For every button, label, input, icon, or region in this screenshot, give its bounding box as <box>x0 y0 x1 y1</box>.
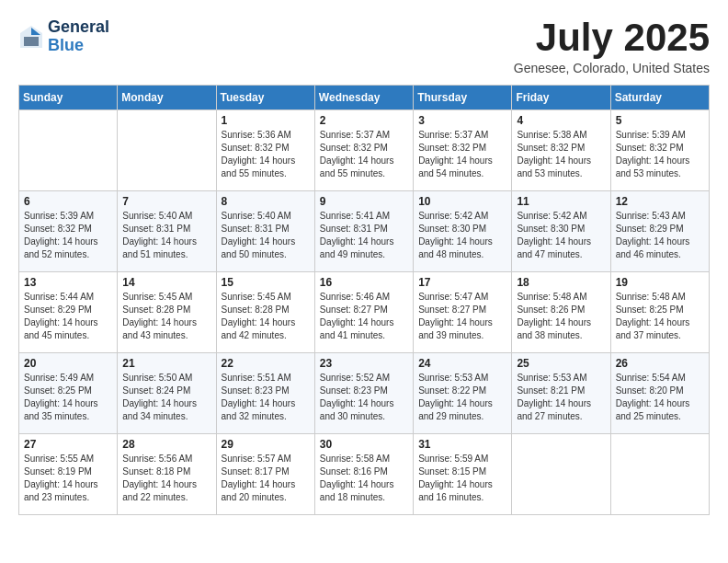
day-detail: Sunrise: 5:42 AMSunset: 8:30 PMDaylight:… <box>418 210 506 261</box>
day-number: 6 <box>24 195 112 208</box>
day-detail: Sunrise: 5:58 AMSunset: 8:16 PMDaylight:… <box>320 453 408 504</box>
calendar-cell: 17 Sunrise: 5:47 AMSunset: 8:27 PMDaylig… <box>414 272 512 353</box>
day-detail: Sunrise: 5:42 AMSunset: 8:30 PMDaylight:… <box>517 210 605 261</box>
calendar-cell: 30 Sunrise: 5:58 AMSunset: 8:16 PMDaylig… <box>314 434 413 515</box>
calendar-cell: 4 Sunrise: 5:38 AMSunset: 8:32 PMDayligh… <box>512 110 610 191</box>
calendar-cell <box>19 110 118 191</box>
day-detail: Sunrise: 5:53 AMSunset: 8:21 PMDaylight:… <box>517 372 605 423</box>
day-number: 23 <box>320 357 408 370</box>
calendar-cell: 24 Sunrise: 5:53 AMSunset: 8:22 PMDaylig… <box>414 353 512 434</box>
day-detail: Sunrise: 5:37 AMSunset: 8:32 PMDaylight:… <box>418 129 506 180</box>
day-number: 4 <box>517 114 605 127</box>
calendar-cell: 12 Sunrise: 5:43 AMSunset: 8:29 PMDaylig… <box>610 191 709 272</box>
calendar-cell: 29 Sunrise: 5:57 AMSunset: 8:17 PMDaylig… <box>216 434 314 515</box>
calendar-day-header: Wednesday <box>314 86 413 110</box>
day-number: 22 <box>222 357 310 370</box>
day-number: 7 <box>122 195 210 208</box>
day-number: 10 <box>418 195 506 208</box>
day-detail: Sunrise: 5:59 AMSunset: 8:15 PMDaylight:… <box>418 453 506 504</box>
day-detail: Sunrise: 5:46 AMSunset: 8:27 PMDaylight:… <box>320 291 408 342</box>
day-number: 1 <box>222 114 310 127</box>
day-detail: Sunrise: 5:37 AMSunset: 8:32 PMDaylight:… <box>320 129 408 180</box>
calendar-cell: 26 Sunrise: 5:54 AMSunset: 8:20 PMDaylig… <box>610 353 709 434</box>
logo-text: General Blue <box>48 18 109 55</box>
calendar-cell <box>118 110 216 191</box>
day-detail: Sunrise: 5:50 AMSunset: 8:24 PMDaylight:… <box>122 372 210 423</box>
logo-icon <box>18 24 44 50</box>
day-number: 31 <box>418 438 506 451</box>
calendar-table: SundayMondayTuesdayWednesdayThursdayFrid… <box>18 85 710 515</box>
day-detail: Sunrise: 5:44 AMSunset: 8:29 PMDaylight:… <box>24 291 112 342</box>
day-detail: Sunrise: 5:48 AMSunset: 8:25 PMDaylight:… <box>616 291 704 342</box>
calendar-cell: 16 Sunrise: 5:46 AMSunset: 8:27 PMDaylig… <box>314 272 413 353</box>
day-number: 12 <box>616 195 704 208</box>
day-detail: Sunrise: 5:36 AMSunset: 8:32 PMDaylight:… <box>222 129 310 180</box>
calendar-day-header: Tuesday <box>216 86 314 110</box>
day-number: 24 <box>418 357 506 370</box>
calendar-cell: 13 Sunrise: 5:44 AMSunset: 8:29 PMDaylig… <box>19 272 118 353</box>
day-number: 3 <box>418 114 506 127</box>
day-number: 21 <box>122 357 210 370</box>
calendar-cell: 5 Sunrise: 5:39 AMSunset: 8:32 PMDayligh… <box>610 110 709 191</box>
logo-general: General <box>48 18 109 37</box>
day-detail: Sunrise: 5:52 AMSunset: 8:23 PMDaylight:… <box>320 372 408 423</box>
day-number: 25 <box>517 357 605 370</box>
day-detail: Sunrise: 5:40 AMSunset: 8:31 PMDaylight:… <box>222 210 310 261</box>
calendar-cell: 1 Sunrise: 5:36 AMSunset: 8:32 PMDayligh… <box>216 110 314 191</box>
day-detail: Sunrise: 5:45 AMSunset: 8:28 PMDaylight:… <box>122 291 210 342</box>
day-number: 2 <box>320 114 408 127</box>
calendar-cell: 22 Sunrise: 5:51 AMSunset: 8:23 PMDaylig… <box>216 353 314 434</box>
calendar-day-header: Friday <box>512 86 610 110</box>
calendar-cell: 19 Sunrise: 5:48 AMSunset: 8:25 PMDaylig… <box>610 272 709 353</box>
calendar-header-row: SundayMondayTuesdayWednesdayThursdayFrid… <box>19 86 710 110</box>
calendar-week-row: 27 Sunrise: 5:55 AMSunset: 8:19 PMDaylig… <box>19 434 710 515</box>
day-number: 13 <box>24 276 112 289</box>
day-detail: Sunrise: 5:38 AMSunset: 8:32 PMDaylight:… <box>517 129 605 180</box>
calendar-cell: 11 Sunrise: 5:42 AMSunset: 8:30 PMDaylig… <box>512 191 610 272</box>
day-detail: Sunrise: 5:53 AMSunset: 8:22 PMDaylight:… <box>418 372 506 423</box>
day-number: 5 <box>616 114 704 127</box>
day-detail: Sunrise: 5:48 AMSunset: 8:26 PMDaylight:… <box>517 291 605 342</box>
calendar-week-row: 1 Sunrise: 5:36 AMSunset: 8:32 PMDayligh… <box>19 110 710 191</box>
calendar-cell: 10 Sunrise: 5:42 AMSunset: 8:30 PMDaylig… <box>414 191 512 272</box>
calendar-cell: 8 Sunrise: 5:40 AMSunset: 8:31 PMDayligh… <box>216 191 314 272</box>
logo-blue: Blue <box>48 37 109 55</box>
day-detail: Sunrise: 5:39 AMSunset: 8:32 PMDaylight:… <box>616 129 704 180</box>
calendar-cell: 9 Sunrise: 5:41 AMSunset: 8:31 PMDayligh… <box>314 191 413 272</box>
day-number: 18 <box>517 276 605 289</box>
day-number: 8 <box>222 195 310 208</box>
calendar-day-header: Sunday <box>19 86 118 110</box>
day-detail: Sunrise: 5:57 AMSunset: 8:17 PMDaylight:… <box>222 453 310 504</box>
calendar-cell: 28 Sunrise: 5:56 AMSunset: 8:18 PMDaylig… <box>118 434 216 515</box>
calendar-cell: 20 Sunrise: 5:49 AMSunset: 8:25 PMDaylig… <box>19 353 118 434</box>
location: Genesee, Colorado, United States <box>514 61 710 75</box>
calendar-cell: 23 Sunrise: 5:52 AMSunset: 8:23 PMDaylig… <box>314 353 413 434</box>
calendar-cell: 31 Sunrise: 5:59 AMSunset: 8:15 PMDaylig… <box>414 434 512 515</box>
day-detail: Sunrise: 5:51 AMSunset: 8:23 PMDaylight:… <box>222 372 310 423</box>
calendar-week-row: 6 Sunrise: 5:39 AMSunset: 8:32 PMDayligh… <box>19 191 710 272</box>
calendar-cell: 14 Sunrise: 5:45 AMSunset: 8:28 PMDaylig… <box>118 272 216 353</box>
title-section: July 2025 Genesee, Colorado, United Stat… <box>514 18 710 75</box>
svg-rect-2 <box>24 37 39 46</box>
day-number: 30 <box>320 438 408 451</box>
calendar-week-row: 20 Sunrise: 5:49 AMSunset: 8:25 PMDaylig… <box>19 353 710 434</box>
day-number: 20 <box>24 357 112 370</box>
calendar-cell: 15 Sunrise: 5:45 AMSunset: 8:28 PMDaylig… <box>216 272 314 353</box>
calendar-cell: 27 Sunrise: 5:55 AMSunset: 8:19 PMDaylig… <box>19 434 118 515</box>
month-title: July 2025 <box>514 18 710 57</box>
calendar-day-header: Saturday <box>610 86 709 110</box>
day-number: 11 <box>517 195 605 208</box>
calendar-cell: 2 Sunrise: 5:37 AMSunset: 8:32 PMDayligh… <box>314 110 413 191</box>
calendar-cell: 18 Sunrise: 5:48 AMSunset: 8:26 PMDaylig… <box>512 272 610 353</box>
calendar-cell <box>512 434 610 515</box>
day-number: 14 <box>122 276 210 289</box>
day-number: 17 <box>418 276 506 289</box>
calendar-cell <box>610 434 709 515</box>
calendar-cell: 3 Sunrise: 5:37 AMSunset: 8:32 PMDayligh… <box>414 110 512 191</box>
day-number: 29 <box>222 438 310 451</box>
day-number: 28 <box>122 438 210 451</box>
calendar-cell: 7 Sunrise: 5:40 AMSunset: 8:31 PMDayligh… <box>118 191 216 272</box>
day-detail: Sunrise: 5:45 AMSunset: 8:28 PMDaylight:… <box>222 291 310 342</box>
calendar-day-header: Monday <box>118 86 216 110</box>
day-number: 15 <box>222 276 310 289</box>
